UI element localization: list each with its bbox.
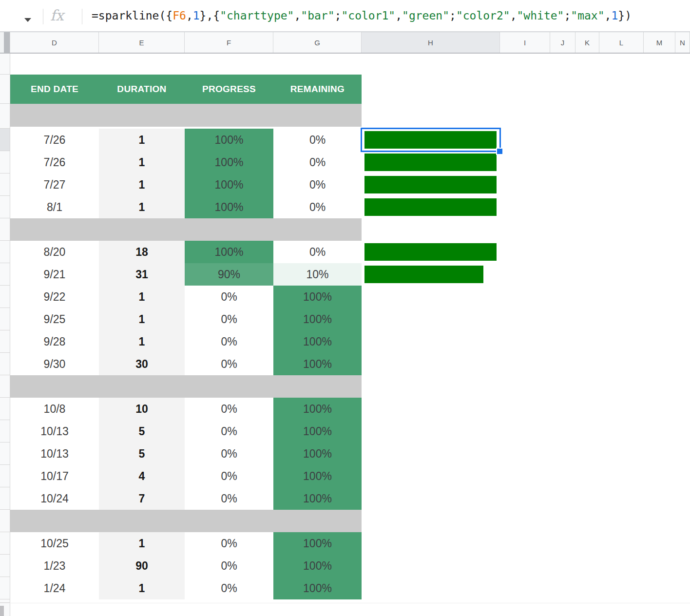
row-header[interactable] (0, 241, 10, 263)
cell-sparkline[interactable] (362, 173, 500, 196)
cell-sparkline[interactable] (362, 263, 500, 286)
cell-duration[interactable]: 1 (99, 577, 185, 599)
row-header[interactable] (0, 308, 10, 330)
cell-progress[interactable]: 0% (185, 555, 273, 577)
cell-remaining[interactable]: 0% (273, 173, 362, 196)
cell-remaining[interactable]: 0% (273, 196, 362, 218)
cell-remaining[interactable]: 100% (273, 398, 362, 420)
cell-duration[interactable]: 30 (99, 353, 185, 375)
cell-progress[interactable]: 0% (185, 353, 273, 375)
cell-progress[interactable]: 100% (185, 129, 273, 151)
cell-duration[interactable]: 31 (99, 263, 185, 286)
cell-duration[interactable]: 1 (99, 173, 185, 196)
corner-box[interactable] (0, 32, 10, 53)
row-header[interactable] (0, 173, 10, 196)
column-header-M[interactable]: M (644, 32, 675, 53)
cell-end-date[interactable]: 10/17 (10, 465, 99, 487)
cell-end-date[interactable]: 10/24 (10, 487, 99, 510)
cell-progress[interactable]: 0% (185, 465, 273, 487)
cell-end-date[interactable]: 8/1 (10, 196, 99, 218)
cell-duration[interactable]: 10 (99, 398, 185, 420)
row-header[interactable] (0, 398, 10, 420)
cell-remaining[interactable]: 100% (273, 443, 362, 465)
cell-sparkline[interactable] (362, 555, 500, 577)
cell-end-date[interactable]: 1/23 (10, 555, 99, 577)
cell-end-date[interactable]: 7/26 (10, 151, 99, 173)
cell-duration[interactable]: 1 (99, 129, 185, 151)
row-header[interactable] (0, 599, 10, 603)
cell-progress[interactable]: 100% (185, 241, 273, 263)
cell-sparkline[interactable] (362, 443, 500, 465)
column-header-D[interactable]: D (10, 32, 99, 53)
cell-end-date[interactable]: 7/26 (10, 129, 99, 151)
column-header-I[interactable]: I (500, 32, 550, 53)
cell-remaining[interactable]: 100% (273, 330, 362, 353)
cell-duration[interactable]: 1 (99, 151, 185, 173)
cell-progress[interactable]: 0% (185, 330, 273, 353)
cell-remaining[interactable]: 100% (273, 555, 362, 577)
cell-duration[interactable]: 18 (99, 241, 185, 263)
cell-progress[interactable]: 0% (185, 443, 273, 465)
cell-sparkline[interactable] (362, 330, 500, 353)
cell-remaining[interactable]: 0% (273, 241, 362, 263)
cell-end-date[interactable]: 9/25 (10, 308, 99, 330)
cell-end-date[interactable]: 10/13 (10, 420, 99, 443)
cell-duration[interactable]: 7 (99, 487, 185, 510)
cell-sparkline[interactable] (362, 308, 500, 330)
fill-handle[interactable] (496, 148, 503, 155)
cell-sparkline[interactable] (362, 353, 500, 375)
row-header[interactable] (0, 375, 10, 398)
row-header[interactable] (0, 443, 10, 465)
row-header[interactable] (0, 577, 10, 599)
cell-end-date[interactable]: 10/13 (10, 443, 99, 465)
cell-remaining[interactable]: 10% (273, 263, 362, 286)
cell-duration[interactable]: 90 (99, 555, 185, 577)
cell-duration[interactable]: 1 (99, 330, 185, 353)
cell-duration[interactable]: 5 (99, 443, 185, 465)
cell-sparkline[interactable] (362, 487, 500, 510)
cell-sparkline[interactable] (362, 286, 500, 308)
row-header[interactable] (0, 75, 10, 104)
cell-sparkline[interactable] (362, 129, 500, 151)
formula-input[interactable]: =sparkline({F6,1},{"charttype","bar";"co… (92, 0, 632, 31)
row-header[interactable] (0, 555, 10, 577)
cell-progress[interactable]: 0% (185, 286, 273, 308)
cell-progress[interactable]: 0% (185, 577, 273, 599)
cell-duration[interactable]: 1 (99, 532, 185, 555)
row-header[interactable] (0, 532, 10, 555)
cell-duration[interactable]: 5 (99, 420, 185, 443)
row-header[interactable] (0, 218, 10, 241)
cell-progress[interactable]: 0% (185, 487, 273, 510)
cell-progress[interactable]: 0% (185, 532, 273, 555)
cell-sparkline[interactable] (362, 196, 500, 218)
cell-end-date[interactable]: 9/22 (10, 286, 99, 308)
cell-end-date[interactable]: 7/27 (10, 173, 99, 196)
row-header[interactable] (0, 151, 10, 173)
cell-end-date[interactable]: 9/21 (10, 263, 99, 286)
cell-sparkline[interactable] (362, 398, 500, 420)
cell-end-date[interactable]: 8/20 (10, 241, 99, 263)
name-box-dropdown-icon[interactable] (24, 18, 31, 22)
column-header-N[interactable]: N (675, 32, 690, 53)
cell-end-date[interactable]: 10/25 (10, 532, 99, 555)
cell-remaining[interactable]: 100% (273, 532, 362, 555)
row-header[interactable] (0, 353, 10, 375)
cell-remaining[interactable]: 100% (273, 286, 362, 308)
cell-duration[interactable]: 1 (99, 308, 185, 330)
cell-sparkline[interactable] (362, 577, 500, 599)
column-header-H[interactable]: H (362, 32, 500, 53)
cell-remaining[interactable]: 100% (273, 420, 362, 443)
cell-duration[interactable]: 1 (99, 286, 185, 308)
cell-progress[interactable]: 90% (185, 263, 273, 286)
cell-sparkline[interactable] (362, 241, 500, 263)
cell-progress[interactable]: 100% (185, 196, 273, 218)
cell-remaining[interactable]: 100% (273, 487, 362, 510)
column-header-K[interactable]: K (575, 32, 599, 53)
row-header[interactable] (0, 510, 10, 532)
cell-progress[interactable]: 0% (185, 420, 273, 443)
cell-sparkline[interactable] (362, 532, 500, 555)
cell-progress[interactable]: 0% (185, 398, 273, 420)
column-header-E[interactable]: E (99, 32, 185, 53)
cell-duration[interactable]: 4 (99, 465, 185, 487)
cell-remaining[interactable]: 0% (273, 151, 362, 173)
